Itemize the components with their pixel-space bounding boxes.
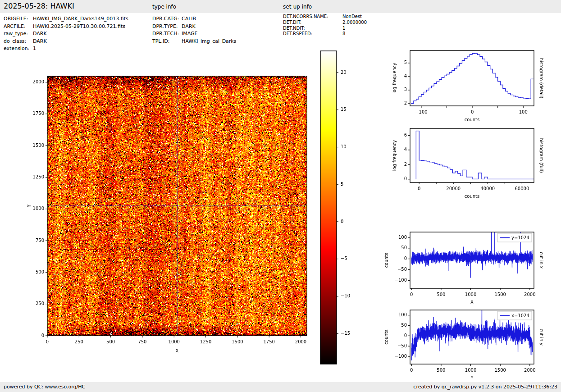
- field-value: HAWKI_IMG_DARK_Darks149_0013.fits: [33, 16, 128, 22]
- field-value: NonDest: [342, 14, 362, 19]
- field-label: DET.DIT:: [283, 20, 342, 26]
- field-label: TPL.ID:: [152, 38, 182, 46]
- file-info-row: ORIGFILE:HAWKI_IMG_DARK_Darks149_0013.fi…: [4, 15, 128, 23]
- field-value: DARK: [182, 23, 196, 29]
- file-info-row: ARCFILE:HAWKI.2025-05-29T10:30:00.721.fi…: [4, 23, 128, 31]
- field-value: DARK: [33, 38, 47, 44]
- type-info-row: DPR.TECH:IMAGE: [152, 30, 236, 38]
- setup-info-row: DET.NDIT:1: [283, 26, 367, 32]
- file-info-row: raw_type:DARK: [4, 30, 128, 38]
- field-label: DET.NDIT:: [283, 26, 342, 32]
- field-value: 1: [342, 26, 345, 31]
- field-label: DET.RSPEED:: [283, 31, 342, 37]
- type-info-row: TPL.ID:HAWKI_img_cal_Darks: [152, 38, 236, 46]
- field-value: 8: [342, 31, 345, 36]
- setup-info-row: DET.NCORRS.NAME:NonDest: [283, 14, 367, 20]
- field-label: raw_type:: [4, 30, 33, 38]
- field-value: HAWKI.2025-05-29T10:30:00.721.fits: [33, 23, 125, 29]
- field-label: ARCFILE:: [4, 23, 33, 31]
- setup-info-row: DET.RSPEED:8: [283, 31, 367, 37]
- field-label: DPR.TYPE:: [152, 23, 182, 31]
- file-info-row: do_class:DARK: [4, 38, 128, 46]
- dark-frame-image-plot: [23, 63, 338, 369]
- colorbar: [315, 47, 360, 368]
- footer-credit-left: powered by QC: www.eso.org/HC: [4, 382, 85, 392]
- field-label: extension:: [4, 45, 33, 53]
- cut-in-y-plot: [379, 304, 561, 385]
- type-info-heading: type info: [152, 4, 176, 10]
- type-info-block: DPR.CATG:CALIB DPR.TYPE:DARK DPR.TECH:IM…: [152, 15, 236, 45]
- field-value: 2.0000000: [342, 20, 367, 25]
- field-label: do_class:: [4, 38, 33, 46]
- page-title: 2025-05-28: HAWKI: [4, 2, 74, 10]
- type-info-row: DPR.CATG:CALIB: [152, 15, 236, 23]
- file-info-row: extension:1: [4, 45, 128, 53]
- field-value: IMAGE: [182, 31, 198, 36]
- footer-credit-right: created by qc_rawdisp.py v1.2.3 on 2025-…: [413, 382, 557, 392]
- setup-info-heading: set-up info: [283, 4, 312, 10]
- histogram-full-plot: [379, 123, 561, 204]
- qc-report-page: 2025-05-28: HAWKI type info set-up info …: [0, 0, 561, 392]
- setup-info-block: DET.NCORRS.NAME:NonDest DET.DIT:2.000000…: [283, 14, 367, 37]
- field-value: 1: [33, 46, 36, 51]
- field-label: DPR.TECH:: [152, 30, 182, 38]
- field-value: CALIB: [182, 16, 196, 22]
- file-info-block: ORIGFILE:HAWKI_IMG_DARK_Darks149_0013.fi…: [4, 15, 128, 53]
- field-label: DET.NCORRS.NAME:: [283, 14, 342, 20]
- field-value: HAWKI_img_cal_Darks: [182, 38, 236, 44]
- header-band: [0, 0, 561, 13]
- field-value: DARK: [33, 31, 47, 36]
- type-info-row: DPR.TYPE:DARK: [152, 23, 236, 31]
- histogram-detail-plot: [379, 45, 561, 126]
- cut-in-x-plot: [379, 226, 561, 308]
- field-label: DPR.CATG:: [152, 15, 182, 23]
- field-label: ORIGFILE:: [4, 15, 33, 23]
- setup-info-row: DET.DIT:2.0000000: [283, 20, 367, 26]
